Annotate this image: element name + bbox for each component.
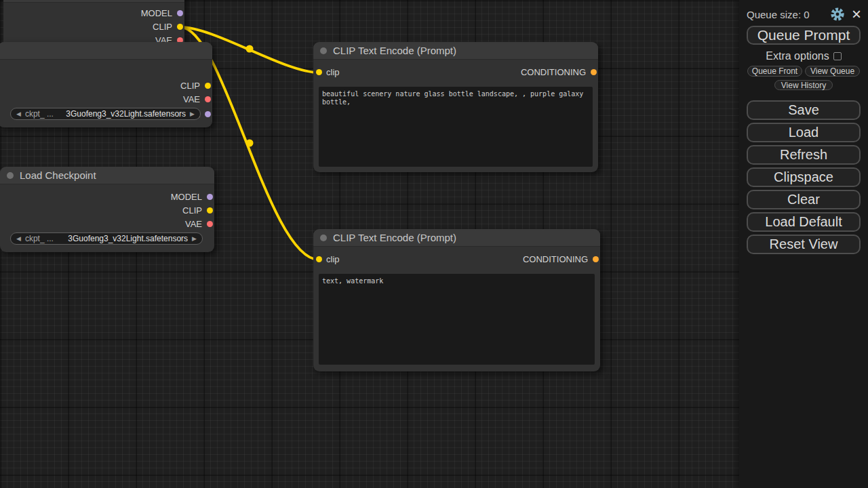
comfyui-canvas[interactable]: { "colors": { "canvas_bg": "#1f1f1f", "n… — [0, 0, 868, 488]
load-default-button[interactable]: Load Default — [747, 212, 861, 232]
clip-output-dot[interactable] — [177, 24, 183, 30]
wire-midpoint-dot — [246, 140, 254, 147]
output-label-clip: CLIP — [153, 22, 172, 32]
node-title: Load Checkpoint — [20, 169, 96, 181]
output-label-conditioning: CONDITIONING — [523, 254, 588, 264]
clip-output-dot[interactable] — [205, 83, 211, 89]
view-history-button[interactable]: View History — [774, 80, 833, 90]
reset-view-button[interactable]: Reset View — [747, 235, 861, 254]
node-title: CLIP Text Encode (Prompt) — [333, 232, 456, 243]
node-status-dot-icon — [320, 47, 327, 54]
widget-label: ckpt_ ... — [25, 234, 54, 243]
widget-next-icon[interactable]: ▶ — [192, 233, 197, 244]
widget-value: 3Guofeng3_v32Light.safetensors — [54, 234, 188, 243]
input-label-clip: clip — [326, 67, 340, 77]
ckpt-name-widget[interactable]: ◀ ckpt_ ... 3Guofeng3_v32Light.safetenso… — [10, 108, 201, 120]
clipspace-button[interactable]: Clipspace — [747, 167, 861, 187]
prompt-textarea[interactable]: text, watermark — [319, 274, 595, 365]
node-clip-text-encode-positive[interactable]: CLIP Text Encode (Prompt) clip CONDITION… — [313, 42, 598, 172]
node-load-checkpoint-bottom[interactable]: Load Checkpoint MODEL CLIP VAE ◀ ckpt_ .… — [0, 167, 214, 252]
widget-next-icon[interactable]: ▶ — [190, 108, 195, 119]
node-title-bar[interactable] — [0, 42, 212, 60]
node-title-bar[interactable] — [3, 0, 184, 3]
node-title-bar[interactable]: CLIP Text Encode (Prompt) — [313, 229, 600, 247]
prompt-textarea[interactable]: beautiful scenery nature glass bottle la… — [319, 87, 593, 167]
refresh-button[interactable]: Refresh — [747, 145, 861, 165]
output-label-clip: CLIP — [180, 81, 200, 91]
widget-label: ckpt_ ... — [25, 109, 54, 119]
wire-midpoint-dot — [246, 45, 254, 53]
widget-value: 3Guofeng3_v32Light.safetensors — [54, 109, 186, 119]
menu-header: Queue size: 0 × — [747, 5, 863, 23]
output-label-model: MODEL — [171, 192, 202, 202]
clear-button[interactable]: Clear — [747, 190, 861, 209]
model-output-dot[interactable] — [177, 10, 183, 16]
queue-prompt-button[interactable]: Queue Prompt — [747, 26, 861, 45]
model-output-dot[interactable] — [207, 194, 213, 200]
output-label-conditioning: CONDITIONING — [521, 67, 586, 77]
node-title-bar[interactable]: CLIP Text Encode (Prompt) — [313, 42, 598, 60]
ckpt-name-widget[interactable]: ◀ ckpt_ ... 3Guofeng3_v32Light.safetenso… — [10, 232, 203, 245]
output-label-clip: CLIP — [182, 205, 202, 216]
output-label-vae: VAE — [185, 219, 202, 229]
close-icon[interactable]: × — [850, 7, 863, 21]
node-status-dot-icon — [320, 235, 327, 241]
widget-prev-icon[interactable]: ◀ — [16, 108, 21, 119]
view-queue-button[interactable]: View Queue — [805, 66, 860, 77]
extra-options-label: Extra options — [766, 50, 829, 62]
vae-output-dot[interactable] — [205, 96, 211, 102]
save-button[interactable]: Save — [747, 100, 861, 120]
extra-options-checkbox[interactable] — [833, 52, 842, 60]
queue-size-label: Queue size: 0 — [747, 9, 830, 20]
node-title-bar[interactable]: Load Checkpoint — [0, 167, 214, 184]
clip-output-dot[interactable] — [207, 207, 213, 214]
node-clip-text-encode-negative[interactable]: CLIP Text Encode (Prompt) clip CONDITION… — [313, 229, 600, 371]
output-label-model: MODEL — [141, 8, 172, 18]
load-button[interactable]: Load — [747, 123, 861, 142]
comfy-menu-panel: Queue size: 0 × Queue Prompt Extra optio… — [739, 0, 868, 488]
node-title: CLIP Text Encode (Prompt) — [333, 45, 456, 56]
vae-output-dot[interactable] — [207, 221, 213, 227]
conditioning-output-dot[interactable] — [593, 256, 599, 262]
node-load-checkpoint-mid[interactable]: MODEL CLIP VAE ◀ ckpt_ ... 3Guofeng3_v32… — [0, 42, 212, 127]
settings-gear-icon[interactable] — [830, 7, 845, 22]
widget-prev-icon[interactable]: ◀ — [16, 233, 21, 244]
input-label-clip: clip — [326, 254, 340, 264]
model-output-dot[interactable] — [205, 111, 211, 117]
conditioning-output-dot[interactable] — [591, 69, 597, 75]
clip-input-dot[interactable] — [316, 256, 322, 262]
node-status-dot-icon — [7, 172, 14, 179]
queue-front-button[interactable]: Queue Front — [747, 66, 802, 77]
clip-input-dot[interactable] — [316, 69, 322, 75]
extra-options-row: Extra options — [739, 50, 868, 62]
output-label-vae: VAE — [183, 94, 200, 104]
